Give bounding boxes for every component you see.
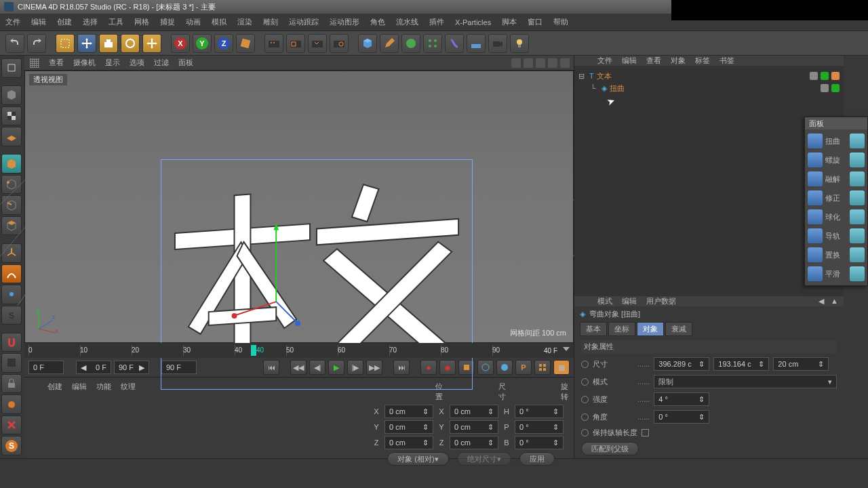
viewport-menu[interactable]: 查看 摄像机 显示 选项 过滤 面板 [24, 56, 574, 70]
viewport[interactable]: 透视视图 [24, 70, 574, 343]
attr-tab-坐标[interactable]: 坐标 [608, 322, 635, 336]
tree-row-text[interactable]: ⊟ T 文本 [578, 70, 840, 82]
key-rot-button[interactable] [496, 360, 513, 375]
rotate-button[interactable] [121, 34, 140, 53]
radio-icon[interactable] [581, 396, 589, 403]
scale-button[interactable] [99, 34, 118, 53]
soft-select-button[interactable]: S [1, 306, 22, 325]
camera-button[interactable] [488, 34, 507, 53]
radio-icon[interactable] [581, 413, 589, 421]
fit-parent-button[interactable]: 匹配到父级 [581, 442, 639, 455]
menu-运动图形[interactable]: 运动图形 [330, 17, 359, 27]
deformer-平滑[interactable]: 平滑 [808, 265, 865, 283]
size-input[interactable]: 0 cm⇕ [450, 420, 498, 434]
main-toolbar[interactable]: X Y Z [0, 31, 868, 56]
rot-input[interactable]: 0 °⇕ [515, 436, 564, 449]
radio-icon[interactable] [581, 361, 589, 368]
size-z-input[interactable]: 20 cm⇕ [773, 357, 829, 371]
chevron-icon[interactable] [563, 347, 570, 354]
tree-row-bend[interactable]: └ ◈ 扭曲 [578, 82, 840, 94]
menu-运动跟踪[interactable]: 运动跟踪 [289, 17, 319, 27]
red-cross-button[interactable] [1, 415, 22, 435]
deformer-球化[interactable]: 球化 [808, 208, 865, 226]
range-from[interactable]: 0 F [28, 361, 64, 374]
render-region-button[interactable] [286, 34, 305, 53]
live-select-button[interactable] [56, 34, 75, 53]
om-menu-标签[interactable]: 标签 [695, 56, 710, 66]
s-orange-button[interactable]: S [1, 436, 22, 455]
x-axis-button[interactable]: X [171, 34, 190, 53]
om-menu-对象[interactable]: 对象 [671, 56, 686, 66]
pos-input[interactable]: 0 cm⇕ [384, 436, 433, 449]
deformer-palette[interactable]: 面板 扭曲螺旋融解修正球化导轨置换平滑 [804, 117, 868, 286]
timeline-playhead[interactable] [251, 345, 256, 356]
pen-button[interactable] [380, 34, 399, 53]
subdivision-button[interactable] [401, 34, 420, 53]
om-menu-编辑[interactable]: 编辑 [622, 56, 637, 66]
workplane2-button[interactable] [1, 353, 22, 373]
attr-body[interactable]: 对象属性 尺寸 ...... 396.289 c⇕ 193.164 c⇕ 20 … [574, 336, 844, 460]
menu-帮助[interactable]: 帮助 [553, 17, 568, 27]
keep-checkbox[interactable] [642, 429, 649, 436]
undo-button[interactable] [5, 34, 24, 53]
vp-options[interactable]: 选项 [130, 58, 144, 68]
deformer-button[interactable] [445, 34, 464, 53]
keyframe-sel-button[interactable] [534, 360, 551, 375]
radio-icon[interactable] [581, 429, 589, 436]
y-axis-button[interactable]: Y [193, 34, 212, 53]
vp-camera[interactable]: 摄像机 [73, 58, 96, 68]
timeline-ruler[interactable]: 010203040506070809040 40 F [24, 343, 574, 358]
object-tree[interactable]: ⊟ T 文本 └ ◈ 扭曲 ➤ [574, 66, 844, 296]
radio-icon[interactable] [581, 378, 589, 386]
deformer-置换[interactable]: 置换 [808, 246, 865, 264]
apply-button[interactable]: 应用 [519, 452, 555, 466]
coord-mode-dropdown[interactable]: 对象 (相对) ▾ [387, 452, 448, 466]
menu-捕捉[interactable]: 捕捉 [160, 17, 175, 27]
attr-tab-对象[interactable]: 对象 [637, 322, 664, 336]
render-view-button[interactable] [264, 34, 283, 53]
tab-texture[interactable]: 纹理 [121, 382, 136, 392]
menu-脚本[interactable]: 脚本 [502, 17, 517, 27]
menu-工具[interactable]: 工具 [108, 17, 123, 27]
size-input[interactable]: 0 cm⇕ [450, 436, 498, 449]
key-scale-button[interactable] [477, 360, 494, 375]
cube-primitive-button[interactable] [358, 34, 377, 53]
menu-创建[interactable]: 创建 [57, 17, 72, 27]
render-picture-button[interactable] [308, 34, 327, 53]
range-a[interactable]: ◀0 F [76, 361, 111, 374]
mode-dropdown[interactable]: 限制▾ [654, 375, 837, 388]
rot-input[interactable]: 0 °⇕ [515, 420, 564, 434]
menu-文件[interactable]: 文件 [5, 17, 20, 27]
attr-tab-衰减[interactable]: 衰减 [665, 322, 692, 336]
magnet-button[interactable] [1, 333, 22, 352]
size-input[interactable]: 0 cm⇕ [450, 405, 498, 418]
menu-窗口[interactable]: 窗口 [528, 17, 542, 27]
last-tool-button[interactable] [142, 34, 161, 53]
strength-input[interactable]: 4 °⇕ [654, 392, 709, 406]
menu-选择[interactable]: 选择 [83, 17, 98, 27]
z-axis-button[interactable]: Z [214, 34, 233, 53]
coord-system-button[interactable] [236, 34, 255, 53]
om-menu-查看[interactable]: 查看 [646, 56, 661, 66]
range-b[interactable]: 90 F▶ [114, 361, 149, 374]
workplane-button[interactable] [1, 127, 22, 146]
om-menu-文件[interactable]: 文件 [597, 56, 612, 66]
lock-button[interactable] [1, 374, 22, 394]
vp-view[interactable]: 查看 [49, 58, 64, 68]
menu-X-Particles[interactable]: X-Particles [455, 18, 491, 26]
tab-function[interactable]: 功能 [96, 382, 111, 392]
tab-edit[interactable]: 编辑 [72, 382, 87, 392]
menu-渲染[interactable]: 渲染 [237, 17, 252, 27]
make-editable-button[interactable] [1, 58, 22, 78]
menu-动画[interactable]: 动画 [186, 17, 201, 27]
vp-nav-icons[interactable] [511, 58, 570, 68]
size-x-input[interactable]: 396.289 c⇕ [654, 357, 709, 371]
attr-tab-基本[interactable]: 基本 [580, 322, 607, 336]
vp-display[interactable]: 显示 [105, 58, 120, 68]
abs-size-dropdown[interactable]: 绝对尺寸 ▾ [457, 452, 511, 466]
deformer-螺旋[interactable]: 螺旋 [808, 151, 865, 169]
key-param-button[interactable]: P [515, 360, 532, 375]
array-button[interactable] [423, 34, 442, 53]
menu-插件[interactable]: 插件 [429, 17, 444, 27]
size-y-input[interactable]: 193.164 c⇕ [713, 357, 769, 371]
